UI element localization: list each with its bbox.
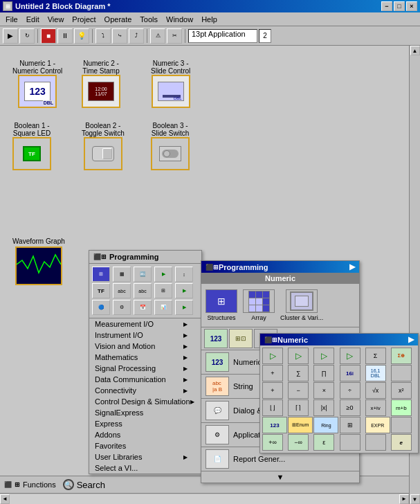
sp-r2-6[interactable]: [391, 365, 412, 381]
sp-r4-6[interactable]: m+b: [391, 399, 412, 416]
grid-icon-3[interactable]: ▶: [154, 267, 172, 282]
sp-r2-5[interactable]: 16,1DBL: [365, 365, 386, 381]
menu-addons[interactable]: Addons: [89, 429, 201, 440]
panel-cluster[interactable]: Cluster & Vari...: [279, 287, 325, 324]
menu-signal-processing[interactable]: Signal Processing ▶: [89, 363, 201, 374]
sp-r3-2[interactable]: −: [288, 382, 309, 399]
menu-vision-motion[interactable]: Vision and Motion ▶: [89, 341, 201, 352]
menu-express[interactable]: Express: [89, 418, 201, 429]
sp-add[interactable]: ▷: [262, 348, 283, 364]
abort-button[interactable]: ■: [41, 28, 56, 44]
control-numeric3[interactable]: Numeric 3 -Slide Control DBL: [151, 58, 190, 108]
sp-r4-5[interactable]: x+iv: [365, 399, 386, 416]
grid-icon-5[interactable]: TF: [92, 283, 110, 298]
step-over-button[interactable]: ⤵: [95, 28, 111, 44]
grid-icon-8[interactable]: ⊞: [154, 283, 172, 298]
string-icon[interactable]: abc|a B: [206, 377, 229, 396]
sp-r3-1[interactable]: +: [262, 382, 283, 399]
sp-sum[interactable]: Σ: [365, 348, 386, 364]
numeric-cell-icon[interactable]: 123: [204, 329, 228, 348]
sp-r5-123[interactable]: 123: [262, 417, 287, 433]
sp-r2-2[interactable]: ∑: [288, 365, 309, 381]
sp-r3-3[interactable]: ×: [313, 382, 334, 399]
scroll-down-button[interactable]: ▼: [410, 494, 420, 504]
control-numeric1[interactable]: Numeric 1 -Numeric Control 123 DBL: [12, 58, 62, 108]
sp-r5-expr[interactable]: EXPR: [365, 417, 390, 433]
sp-sub[interactable]: ▷: [288, 348, 309, 364]
scroll-left-button[interactable]: ◄: [0, 494, 10, 504]
menu-data-communication[interactable]: Data Communication ▶: [89, 374, 201, 385]
grid-icon-9[interactable]: ▶: [175, 283, 193, 298]
run-continuously-button[interactable]: ↻: [19, 28, 35, 44]
report-icon[interactable]: 📄: [206, 449, 229, 469]
panel-array[interactable]: Array: [241, 287, 276, 324]
menu-measurement-io[interactable]: Measurement I/O ▶: [89, 318, 201, 330]
menu-control-design[interactable]: Control Design & Simulation ▶: [89, 396, 201, 407]
sp-r3-5[interactable]: √x: [365, 382, 386, 399]
zoom-level[interactable]: 2: [259, 29, 271, 43]
sp-r5-enum[interactable]: ⊞Enum: [288, 417, 313, 433]
scroll-up-button[interactable]: ▲: [410, 46, 420, 55]
grid-icon-10[interactable]: 🔵: [92, 300, 110, 315]
font-selector[interactable]: 13pt Application: [188, 29, 257, 43]
menu-instrument-io[interactable]: Instrument I/O ▶: [89, 330, 201, 341]
step-out-button[interactable]: ⤴: [129, 28, 144, 44]
warning-button[interactable]: ⚠: [150, 28, 165, 44]
sp-r5-grid[interactable]: ⊞: [340, 417, 360, 433]
grid-icon-7[interactable]: abc: [134, 283, 152, 298]
sp-r2-4[interactable]: 16i: [340, 365, 360, 381]
panel-scroll-bottom[interactable]: ▼: [201, 471, 359, 483]
menu-operate[interactable]: Operate: [100, 14, 136, 25]
sp-r2-1[interactable]: +: [262, 365, 283, 381]
menu-favorites[interactable]: Favorites: [89, 440, 201, 451]
search-button[interactable]: 🔍 Search: [63, 479, 105, 490]
grid-icon-1[interactable]: ▦: [113, 267, 131, 282]
sp-r3-6[interactable]: x²: [391, 382, 412, 399]
menu-view[interactable]: View: [44, 14, 69, 25]
menu-project[interactable]: Project: [68, 14, 100, 25]
sp-prod[interactable]: Σ⊕: [391, 348, 412, 364]
retain-wire-button[interactable]: ✂: [167, 28, 182, 44]
grid-icon-0[interactable]: ⊞: [92, 267, 110, 282]
control-bool2[interactable]: Boolean 2 -Toggle Switch: [82, 120, 125, 170]
menu-help[interactable]: Help: [197, 14, 221, 25]
menu-window[interactable]: Window: [162, 14, 197, 25]
scrollbar-bottom[interactable]: ◄ ►: [0, 493, 409, 504]
waveform-graph-control[interactable]: Waveform Graph: [12, 236, 65, 285]
app-icon[interactable]: ⚙: [206, 425, 229, 444]
sp-r4-4[interactable]: ≥0: [340, 399, 360, 416]
menu-edit[interactable]: Edit: [22, 14, 44, 25]
sp-r2-3[interactable]: ∏: [313, 365, 334, 381]
sp-r6-eps[interactable]: ε: [313, 434, 334, 451]
sp-div[interactable]: ▷: [340, 348, 360, 364]
control-bool3[interactable]: Boolean 3 -Slide Switch: [151, 120, 190, 170]
scroll-right-button[interactable]: ►: [399, 494, 409, 504]
sp-r4-3[interactable]: |x|: [313, 399, 334, 416]
dialog-icon[interactable]: 💬: [206, 401, 229, 420]
functions-button[interactable]: ⬛ ⊞ Functions: [4, 480, 56, 489]
run-arrow-button[interactable]: ▶: [3, 28, 18, 44]
sp-r5-ring[interactable]: Ring: [313, 417, 338, 433]
menu-connectivity[interactable]: Connectivity ▶: [89, 385, 201, 396]
highlight-button[interactable]: 💡: [74, 28, 89, 44]
step-into-button[interactable]: ⤷: [112, 28, 127, 44]
menu-file[interactable]: File: [1, 14, 22, 25]
maximize-button[interactable]: □: [394, 1, 405, 11]
control-numeric2[interactable]: Numeric 2 -Time Stamp 12:0011/07: [82, 58, 120, 108]
grid-icon-12[interactable]: 📅: [134, 300, 152, 315]
control-bool1[interactable]: Boolean 1 -Square LED TF: [12, 120, 51, 170]
numeric-big-icon[interactable]: 123: [206, 352, 229, 372]
pause-button[interactable]: ⏸: [57, 28, 73, 44]
panel-structures[interactable]: ⊞ Structures: [204, 287, 239, 324]
menu-user-libraries[interactable]: User Libraries ▶: [89, 451, 201, 462]
menu-mathematics[interactable]: Mathematics ▶: [89, 352, 201, 363]
grid-icon-13[interactable]: 📊: [154, 300, 172, 315]
sp-r4-1[interactable]: ⌊⌋: [262, 399, 283, 416]
sp-mul[interactable]: ▷: [313, 348, 334, 364]
menu-signal-express[interactable]: SignalExpress: [89, 407, 201, 418]
sp-r6-neginf[interactable]: −∞: [288, 434, 309, 451]
menu-select-vi[interactable]: Select a VI...: [89, 462, 201, 474]
sp-r6-posinf[interactable]: +∞: [262, 434, 283, 451]
sp-r4-2[interactable]: ⌈⌉: [288, 399, 309, 416]
grid-icon-14[interactable]: ▶: [175, 300, 193, 315]
